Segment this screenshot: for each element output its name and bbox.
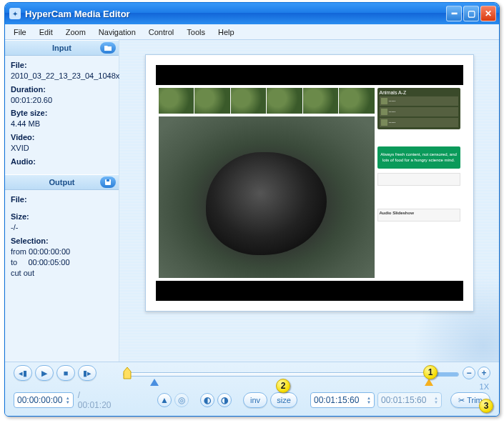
menu-help[interactable]: Help: [212, 26, 240, 38]
out-size-value: -/-: [11, 222, 113, 233]
jump-up-button[interactable]: ▲: [157, 393, 172, 407]
menu-tools[interactable]: Tools: [181, 26, 211, 38]
current-timecode: 00:00:00:00: [17, 395, 62, 405]
thumbnail-strip: [159, 88, 375, 114]
video-label: Video:: [11, 132, 113, 143]
step-back-button[interactable]: ◂▮: [14, 365, 32, 381]
duration-value: 00:01:20.60: [11, 95, 113, 106]
timecode-spinner[interactable]: ▲▼: [66, 396, 70, 404]
sidebar: Input File: 2010_03_22_13_23_04_1048x6 D…: [5, 40, 119, 362]
selection-end-input[interactable]: 00:01:15:60 ▲▼: [377, 392, 442, 408]
timeline[interactable]: [123, 367, 459, 382]
menu-edit[interactable]: Edit: [34, 26, 59, 38]
sel-start-spinner[interactable]: ▲▼: [367, 396, 371, 404]
selection-to: to 00:00:05:00: [11, 257, 113, 268]
sponsor-box: [377, 173, 460, 186]
callout-3: 3: [479, 399, 493, 413]
minimize-button[interactable]: ━: [446, 6, 462, 21]
current-timecode-input[interactable]: 00:00:00:00 ▲▼: [14, 392, 74, 408]
promo-text: Always fresh content, not censored, and …: [380, 152, 457, 162]
duration-label: Duration:: [11, 84, 113, 95]
recorded-content: Animals A-Z ····· ····· ····· Always fre…: [156, 85, 463, 281]
transport-controls: ◂▮ ▶ ■ ▮▸: [14, 365, 97, 381]
callout-1: 1: [423, 365, 438, 379]
mark-in-button[interactable]: ◐: [200, 393, 214, 407]
invert-button[interactable]: inv: [243, 392, 267, 408]
sel-end-value: 00:01:15:60: [381, 395, 426, 405]
az-title: Animals A-Z: [380, 90, 458, 95]
workarea: Input File: 2010_03_22_13_23_04_1048x6 D…: [5, 40, 499, 362]
bytesize-value: 4.44 MB: [11, 119, 113, 129]
zoom-out-button[interactable]: −: [463, 367, 475, 379]
titlebar: ✦ HyperCam Media Editor ━ ▢ ✕: [5, 3, 499, 24]
input-panel-header: Input: [5, 40, 119, 56]
output-panel-header: Output: [5, 174, 119, 190]
app-icon: ✦: [9, 8, 21, 19]
menu-zoom[interactable]: Zoom: [60, 26, 92, 38]
file-value: 2010_03_22_13_23_04_1048x6: [11, 71, 113, 81]
stop-button[interactable]: ■: [56, 365, 75, 381]
play-button[interactable]: ▶: [35, 365, 54, 381]
sel-start-value: 00:01:15:60: [314, 395, 359, 405]
size-button[interactable]: size: [270, 392, 297, 408]
audio-label: Audio:: [11, 156, 113, 167]
app-window: ✦ HyperCam Media Editor ━ ▢ ✕ File Edit …: [4, 2, 500, 417]
selection-start-marker[interactable]: [150, 377, 159, 389]
svg-rect-1: [107, 179, 109, 181]
menubar: File Edit Zoom Navigation Control Tools …: [5, 24, 499, 40]
maximize-button[interactable]: ▢: [463, 6, 479, 21]
open-file-icon[interactable]: [100, 42, 116, 54]
target-button[interactable]: ◎: [174, 393, 189, 407]
slideshow-label: Audio Slideshow: [380, 211, 414, 215]
save-file-icon[interactable]: [100, 176, 116, 188]
preview-area: Animals A-Z ····· ····· ····· Always fre…: [119, 40, 499, 362]
out-file-label: File:: [11, 194, 113, 205]
scissors-icon: ✂: [458, 396, 465, 405]
close-button[interactable]: ✕: [480, 6, 496, 21]
out-size-label: Size:: [11, 211, 113, 222]
mark-out-button[interactable]: ◑: [217, 393, 232, 407]
input-panel: File: 2010_03_22_13_23_04_1048x6 Duratio…: [5, 56, 119, 174]
file-label: File:: [11, 60, 113, 71]
output-header-label: Output: [49, 178, 74, 186]
video-preview[interactable]: Animals A-Z ····· ····· ····· Always fre…: [145, 54, 474, 312]
step-forward-button[interactable]: ▮▸: [78, 365, 97, 381]
bytesize-label: Byte size:: [11, 108, 113, 119]
callout-2: 2: [276, 379, 290, 393]
window-title: HyperCam Media Editor: [25, 9, 446, 19]
menu-navigation[interactable]: Navigation: [93, 26, 142, 38]
output-panel: File: Size: -/- Selection: from 00:00:00…: [5, 190, 119, 283]
menu-control[interactable]: Control: [143, 26, 179, 38]
playhead-handle[interactable]: [123, 367, 132, 380]
zoom-in-button[interactable]: +: [478, 367, 490, 379]
selection-start-input[interactable]: 00:01:15:60 ▲▼: [310, 392, 375, 408]
slideshow-box: Audio Slideshow: [377, 209, 460, 222]
menu-file[interactable]: File: [8, 26, 32, 38]
promo-card: Always fresh content, not censored, and …: [377, 146, 460, 169]
gorilla-image: [159, 116, 375, 278]
zoom-controls: − +: [463, 367, 490, 379]
sel-end-spinner[interactable]: ▲▼: [434, 396, 438, 404]
animals-az-widget: Animals A-Z ····· ····· ·····: [377, 88, 460, 129]
selection-label: Selection:: [11, 236, 113, 247]
video-value: XVID: [11, 143, 113, 154]
selection-from: from 00:00:00:00: [11, 247, 113, 257]
selection-mode: cut out: [11, 268, 113, 279]
timeline-track[interactable]: [123, 372, 459, 377]
total-timecode: / 00:01:20: [78, 390, 113, 410]
input-header-label: Input: [52, 44, 71, 52]
